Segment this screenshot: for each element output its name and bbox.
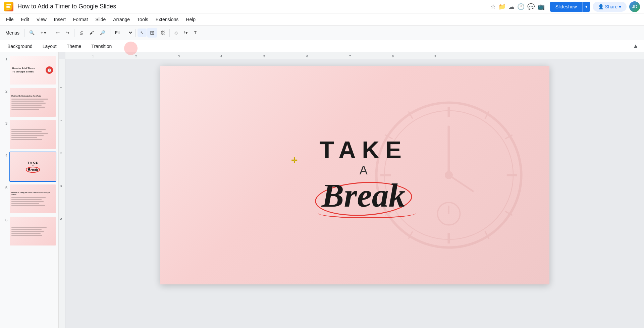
slide3-line1 xyxy=(11,129,46,130)
break-wrapper: Break xyxy=(322,179,406,212)
menu-item-slide[interactable]: Slide xyxy=(92,15,109,23)
slide-number-3: 3 xyxy=(2,119,7,125)
slide-canvas[interactable]: TAKE A Break ✛ xyxy=(160,66,549,284)
slide-thumbnail-1[interactable]: How to Add TimerTo Google Slides 🕐 xyxy=(9,55,56,85)
svg-rect-4 xyxy=(6,9,9,9)
slide-item-5[interactable]: 5 Method 3: Using the Timer Extension fo… xyxy=(2,184,56,214)
redo-icon: ↪ xyxy=(66,30,69,35)
menus-button[interactable]: Menus xyxy=(3,29,22,37)
menu-item-format[interactable]: Format xyxy=(70,15,91,23)
title-bar: How to Add a Timer to Google Slides ☆ 📁 … xyxy=(0,0,644,13)
folder-icon[interactable]: 📁 xyxy=(498,3,506,10)
h-ruler-mark-3: 3 xyxy=(178,55,180,58)
menu-item-help[interactable]: Help xyxy=(182,15,199,23)
slide5-line2 xyxy=(11,199,42,200)
collapse-button[interactable]: ▲ xyxy=(630,41,641,51)
print-button[interactable]: 🖨 xyxy=(76,29,86,37)
slides-panel: 1 How to Add TimerTo Google Slides 🕐 2 M… xyxy=(0,52,59,328)
theme-button[interactable]: Theme xyxy=(62,42,86,50)
svg-rect-3 xyxy=(6,7,10,8)
vertical-ruler: 1 2 3 4 5 xyxy=(59,59,65,328)
slide5-line1 xyxy=(11,197,46,198)
h-ruler-mark-7: 7 xyxy=(349,55,351,58)
present-icon[interactable]: 📺 xyxy=(537,3,545,10)
cloud-icon[interactable]: ☁ xyxy=(508,3,515,10)
take-text: TAKE xyxy=(319,138,408,162)
toolbar-separator-2 xyxy=(51,29,51,37)
menu-item-edit[interactable]: Edit xyxy=(18,15,33,23)
slide6-line1 xyxy=(11,227,47,228)
star-icon[interactable]: ☆ xyxy=(490,3,496,10)
slide-thumbnail-2[interactable]: Method 1: Embedding YouTube xyxy=(9,87,56,117)
history-icon[interactable]: 🕐 xyxy=(517,3,525,10)
canvas-area: 1 2 3 4 5 xyxy=(59,59,644,328)
layout-button[interactable]: Layout xyxy=(38,42,61,50)
slide-number-1: 1 xyxy=(2,55,7,61)
slide-canvas-wrap[interactable]: TAKE A Break ✛ xyxy=(65,59,644,328)
svg-line-21 xyxy=(449,175,473,191)
menu-item-extensions[interactable]: Extensions xyxy=(152,15,182,23)
user-avatar[interactable]: JD xyxy=(629,1,640,12)
menu-bar: FileEditViewInsertFormatSlideArrangeTool… xyxy=(0,13,644,25)
crop-icon: ⊞ xyxy=(150,30,154,36)
slideshow-dropdown-button[interactable]: ▾ xyxy=(582,2,590,12)
cursor-crosshair: ✛ xyxy=(291,156,298,163)
select-tool-button[interactable]: ↖ xyxy=(138,29,147,37)
slide3-line2 xyxy=(11,131,42,132)
slide-item-3[interactable]: 3 xyxy=(2,119,56,150)
image-crop-button[interactable]: 🖼 xyxy=(158,29,167,37)
slide-thumbnail-4[interactable]: TAKE A Break xyxy=(9,152,56,182)
svg-rect-1 xyxy=(6,4,11,5)
toolbar-separator-6 xyxy=(169,29,170,37)
slide2-line3 xyxy=(11,103,46,104)
slide-item-6[interactable]: 6 xyxy=(2,216,56,246)
slide2-line2 xyxy=(11,101,44,102)
share-dropdown-icon: ▾ xyxy=(619,4,621,9)
line-button[interactable]: / ▾ xyxy=(181,29,191,37)
paint-format-icon: 🖌 xyxy=(90,30,94,35)
slide6-line5 xyxy=(11,235,42,236)
slide-thumbnail-5[interactable]: Method 3: Using the Timer Extension for … xyxy=(9,184,56,214)
add-button[interactable]: + ▾ xyxy=(38,29,49,37)
v-ruler-mark-4: 4 xyxy=(59,185,63,187)
menu-item-arrange[interactable]: Arrange xyxy=(110,15,133,23)
background-button[interactable]: Background xyxy=(3,42,37,50)
share-button[interactable]: 👤 Share ▾ xyxy=(593,2,627,12)
slide6-line2 xyxy=(11,229,42,230)
zoom-button[interactable]: 🔍 xyxy=(26,29,37,37)
search-icon: 🔍 xyxy=(29,30,35,35)
v-ruler-mark-3: 3 xyxy=(59,152,63,154)
menu-item-tools[interactable]: Tools xyxy=(134,15,152,23)
paint-format-button[interactable]: 🖌 xyxy=(87,29,97,37)
redo-button[interactable]: ↪ xyxy=(63,29,72,37)
slide-item-2[interactable]: 2 Method 1: Embedding YouTube xyxy=(2,87,56,117)
cursor-icon: ↖ xyxy=(140,30,144,35)
menu-item-view[interactable]: View xyxy=(33,15,50,23)
dropdown-icon: ▾ xyxy=(44,30,46,35)
slide6-line4 xyxy=(11,233,41,234)
transition-button[interactable]: Transition xyxy=(87,42,116,50)
comments-icon[interactable]: 💬 xyxy=(527,3,535,10)
undo-icon: ↩ xyxy=(56,30,60,35)
slideshow-button[interactable]: Slideshow xyxy=(550,2,582,12)
undo-button[interactable]: ↩ xyxy=(53,29,62,37)
zoom-select[interactable]: Fit 50% 75% 100% 150% 200% xyxy=(112,29,133,37)
plus-icon: + xyxy=(41,30,43,35)
slide-number-5: 5 xyxy=(2,184,7,190)
menu-item-file[interactable]: File xyxy=(3,15,17,23)
textbox-button[interactable]: T xyxy=(191,29,199,37)
slide2-line4 xyxy=(11,105,42,106)
crop-tool-button[interactable]: ⊞ xyxy=(147,28,157,38)
slide5-line3 xyxy=(11,201,44,202)
slide-thumbnail-6[interactable] xyxy=(9,216,56,246)
slide-item-1[interactable]: 1 How to Add TimerTo Google Slides 🕐 xyxy=(2,55,56,85)
h-ruler-mark-9: 9 xyxy=(434,55,436,58)
shapes-button[interactable]: ◇ xyxy=(172,29,180,37)
slide-item-4[interactable]: 4 TAKE A Break xyxy=(2,152,56,182)
ruler-area: 1 2 3 4 5 6 7 8 9 1 2 3 4 5 xyxy=(59,52,644,328)
v-ruler-mark-1: 1 xyxy=(59,87,63,88)
menu-item-insert[interactable]: Insert xyxy=(51,15,69,23)
toolbar-separator-4 xyxy=(110,29,110,37)
zoom-in-button[interactable]: 🔎 xyxy=(97,29,108,37)
slide-thumbnail-3[interactable] xyxy=(9,119,56,150)
